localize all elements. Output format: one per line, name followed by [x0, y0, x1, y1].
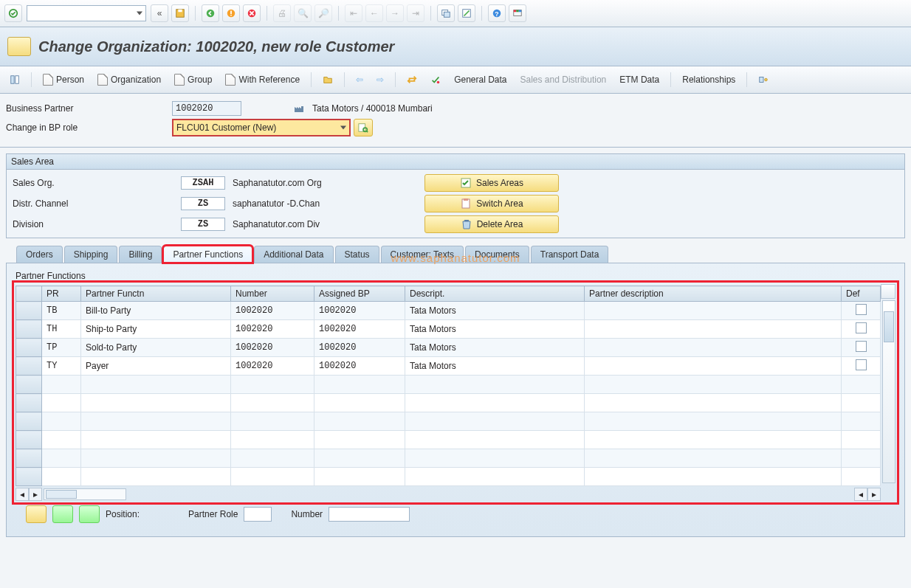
- check-icon[interactable]: [425, 71, 446, 89]
- row-selector[interactable]: [16, 449, 42, 468]
- table-row[interactable]: TBBill-to Party10020201002020Tata Motors: [16, 302, 881, 320]
- scroll-left-end-icon[interactable]: ◂: [854, 488, 867, 501]
- number-input[interactable]: [329, 507, 410, 522]
- table-row[interactable]: [16, 449, 881, 468]
- person-button[interactable]: Person: [38, 71, 89, 89]
- cell-partner-description[interactable]: [585, 376, 842, 394]
- cell-partner-functn[interactable]: Sold-to Party: [81, 339, 231, 357]
- cell-descript[interactable]: [405, 449, 585, 468]
- cell-partner-functn[interactable]: [81, 468, 231, 486]
- delete-row-button[interactable]: [52, 505, 73, 523]
- vertical-scrollbar[interactable]: [882, 300, 895, 483]
- new-session-icon[interactable]: [437, 4, 455, 22]
- last-page-icon[interactable]: ⇥: [407, 4, 424, 22]
- checkbox[interactable]: [856, 304, 867, 315]
- scroll-right-icon[interactable]: ▸: [29, 488, 42, 501]
- table-row[interactable]: [16, 376, 881, 394]
- cell-descript[interactable]: [405, 468, 585, 486]
- cell-def[interactable]: [842, 468, 881, 486]
- cell-def[interactable]: [842, 302, 881, 320]
- table-row[interactable]: THShip-to Party10020201002020Tata Motors: [16, 320, 881, 339]
- table-settings-icon[interactable]: [881, 284, 895, 299]
- cell-pr[interactable]: [42, 468, 81, 486]
- cell-number[interactable]: [231, 449, 314, 468]
- cell-number[interactable]: 1002020: [231, 357, 314, 376]
- row-selector[interactable]: [16, 357, 42, 376]
- prev-page-icon[interactable]: ←: [365, 4, 383, 22]
- tab-partner-functions[interactable]: Partner Functions: [163, 246, 252, 263]
- cell-def[interactable]: [842, 394, 881, 412]
- col-partner-functn[interactable]: Partner Functn: [81, 286, 231, 302]
- first-page-icon[interactable]: ⇤: [345, 4, 362, 22]
- row-selector[interactable]: [16, 320, 42, 339]
- cell-def[interactable]: [842, 449, 881, 468]
- cell-assigned-bp[interactable]: [314, 449, 405, 468]
- tab-customer-texts[interactable]: Customer: Texts: [381, 246, 464, 263]
- cell-descript[interactable]: Tata Motors: [405, 302, 585, 320]
- cell-assigned-bp[interactable]: [314, 431, 405, 449]
- cell-pr[interactable]: TP: [42, 339, 81, 357]
- tab-orders[interactable]: Orders: [16, 246, 63, 263]
- cell-number[interactable]: 1002020: [231, 320, 314, 339]
- checkbox[interactable]: [856, 322, 867, 333]
- col-assigned-bp[interactable]: Assigned BP: [314, 286, 405, 302]
- cell-descript[interactable]: [405, 431, 585, 449]
- open-icon[interactable]: [317, 71, 338, 89]
- row-selector[interactable]: [16, 431, 42, 449]
- cell-partner-description[interactable]: [585, 412, 842, 431]
- sales-areas-button[interactable]: Sales Areas: [424, 174, 559, 192]
- cell-partner-description[interactable]: [585, 468, 842, 486]
- exit-icon[interactable]: [222, 4, 240, 22]
- cell-partner-functn[interactable]: Bill-to Party: [81, 302, 231, 320]
- cell-partner-functn[interactable]: Payer: [81, 357, 231, 376]
- row-selector[interactable]: [16, 394, 42, 412]
- scroll-right-end-icon[interactable]: ▸: [867, 488, 881, 501]
- history-back-icon[interactable]: «: [151, 4, 168, 22]
- cell-assigned-bp[interactable]: [314, 376, 405, 394]
- cell-pr[interactable]: [42, 394, 81, 412]
- group-button[interactable]: Group: [169, 71, 217, 89]
- tab-additional-data[interactable]: Additional Data: [254, 246, 333, 263]
- division-code[interactable]: ZS: [181, 218, 225, 231]
- cell-pr[interactable]: [42, 412, 81, 431]
- tab-status[interactable]: Status: [335, 246, 379, 263]
- cell-number[interactable]: 1002020: [231, 339, 314, 357]
- cell-assigned-bp[interactable]: 1002020: [314, 339, 405, 357]
- switch-area-button[interactable]: Switch Area: [424, 195, 559, 212]
- cell-partner-functn[interactable]: [81, 376, 231, 394]
- tab-billing[interactable]: Billing: [119, 246, 162, 263]
- cell-assigned-bp[interactable]: 1002020: [314, 320, 405, 339]
- dist-channel-code[interactable]: ZS: [181, 197, 225, 210]
- cell-number[interactable]: [231, 412, 314, 431]
- cell-descript[interactable]: Tata Motors: [405, 357, 585, 376]
- insert-row-button[interactable]: [26, 505, 47, 523]
- cell-assigned-bp[interactable]: 1002020: [314, 357, 405, 376]
- cell-descript[interactable]: Tata Motors: [405, 339, 585, 357]
- cell-assigned-bp[interactable]: [314, 468, 405, 486]
- col-def[interactable]: Def: [842, 286, 881, 302]
- with-reference-button[interactable]: With Reference: [220, 71, 305, 89]
- cell-assigned-bp[interactable]: [314, 394, 405, 412]
- switch-icon[interactable]: [402, 71, 422, 89]
- next-page-icon[interactable]: →: [386, 4, 404, 22]
- general-data-button[interactable]: General Data: [449, 71, 512, 89]
- command-field[interactable]: [27, 5, 146, 21]
- row-selector[interactable]: [16, 339, 42, 357]
- tab-shipping[interactable]: Shipping: [64, 246, 118, 263]
- back-icon[interactable]: [202, 4, 219, 22]
- cell-partner-functn[interactable]: [81, 431, 231, 449]
- cell-pr[interactable]: [42, 376, 81, 394]
- col-select[interactable]: [16, 286, 42, 302]
- cell-partner-description[interactable]: [585, 394, 842, 412]
- cell-descript[interactable]: [405, 412, 585, 431]
- cell-partner-description[interactable]: [585, 357, 842, 376]
- row-selector[interactable]: [16, 468, 42, 486]
- cell-partner-description[interactable]: [585, 320, 842, 339]
- partner-role-input[interactable]: [244, 507, 272, 522]
- table-row[interactable]: TPSold-to Party10020201002020Tata Motors: [16, 339, 881, 357]
- cell-descript[interactable]: [405, 394, 585, 412]
- cell-partner-description[interactable]: [585, 302, 842, 320]
- checkbox[interactable]: [856, 359, 867, 370]
- next-icon[interactable]: ⇨: [371, 71, 389, 89]
- cell-number[interactable]: 1002020: [231, 302, 314, 320]
